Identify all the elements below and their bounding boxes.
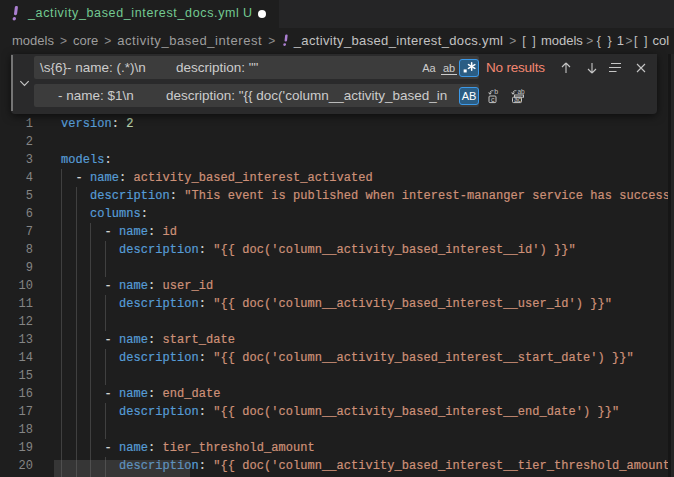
svg-text:b: b (494, 88, 498, 95)
svg-text:c: c (491, 96, 495, 103)
svg-text:ab: ab (518, 88, 526, 95)
svg-text:ac: ac (514, 96, 522, 103)
